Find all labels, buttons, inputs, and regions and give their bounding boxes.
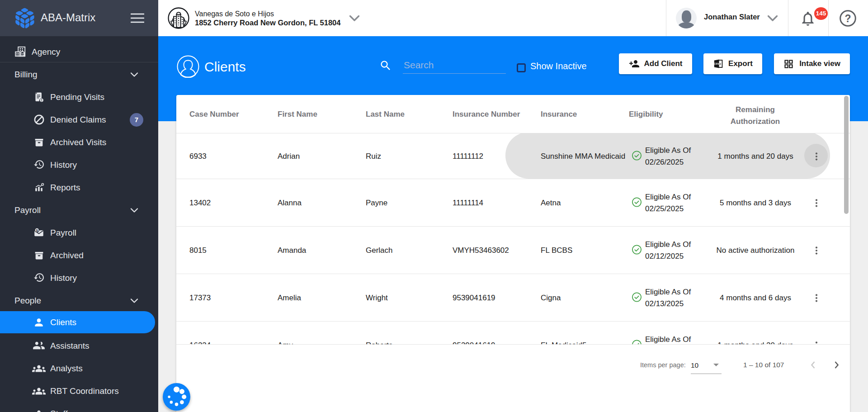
svg-text:$: $ — [36, 228, 38, 232]
svg-text:CSV: CSV — [714, 62, 719, 65]
svg-text:?: ? — [844, 13, 851, 24]
